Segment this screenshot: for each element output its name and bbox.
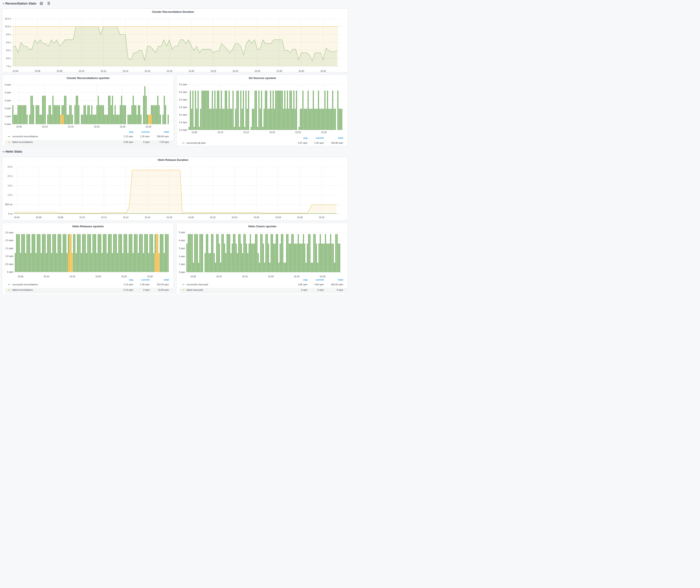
svg-text:successful reconciliations: successful reconciliations: [12, 135, 38, 138]
svg-text:15:32: 15:32: [319, 216, 324, 219]
svg-text:2.87 opm: 2.87 opm: [298, 141, 307, 144]
svg-text:15:10: 15:10: [216, 275, 222, 278]
svg-text:current: current: [316, 137, 324, 139]
svg-text:5 opm: 5 opm: [5, 83, 11, 86]
svg-text:total: total: [338, 137, 343, 139]
svg-text:Helm Charts ops/min: Helm Charts ops/min: [248, 225, 276, 228]
svg-text:0 opm: 0 opm: [5, 123, 11, 125]
svg-text:7.20 opm: 7.20 opm: [159, 141, 169, 143]
svg-text:15:28: 15:28: [276, 70, 282, 72]
svg-text:3.5 opm: 3.5 opm: [179, 91, 187, 93]
svg-text:0 opm: 0 opm: [143, 289, 150, 291]
svg-text:15:05: 15:05: [16, 125, 22, 128]
svg-text:9.5 s: 9.5 s: [6, 33, 11, 36]
svg-text:15:25: 15:25: [121, 275, 127, 278]
svg-text:1.0 opm: 1.0 opm: [5, 255, 13, 257]
svg-text:0 opm: 0 opm: [337, 289, 343, 291]
svg-text:current: current: [141, 278, 150, 281]
svg-text:15:14: 15:14: [123, 216, 128, 219]
svg-text:current: current: [141, 131, 150, 133]
svg-text:2.0 opm: 2.0 opm: [179, 113, 187, 116]
svg-text:successful git pulls: successful git pulls: [187, 141, 206, 144]
svg-text:15:10: 15:10: [42, 125, 48, 128]
svg-text:total: total: [338, 278, 343, 281]
svg-text:4 opm: 4 opm: [5, 91, 11, 94]
svg-text:0 opm: 0 opm: [317, 289, 324, 291]
svg-text:15:20: 15:20: [268, 275, 273, 278]
svg-text:10.5 s: 10.5 s: [5, 17, 11, 20]
svg-text:1.5 s: 1.5 s: [8, 184, 13, 187]
svg-text:10.0 s: 10.0 s: [5, 25, 11, 28]
svg-text:2 opm: 2 opm: [179, 255, 185, 258]
svg-text:1 opm: 1 opm: [179, 263, 185, 265]
svg-text:2 opm: 2 opm: [5, 107, 11, 110]
svg-text:0 opm: 0 opm: [179, 271, 185, 273]
svg-text:1.0 opm: 1.0 opm: [179, 128, 187, 131]
svg-text:15:25: 15:25: [295, 131, 301, 134]
svg-text:15:30: 15:30: [298, 70, 304, 72]
svg-text:2.5 s: 2.5 s: [8, 165, 13, 168]
svg-text:Helm Release Duration: Helm Release Duration: [158, 158, 188, 162]
svg-text:15:06: 15:06: [36, 216, 41, 219]
svg-text:15.60 opm: 15.60 opm: [158, 289, 169, 291]
svg-text:Helm Releases ops/min: Helm Releases ops/min: [72, 225, 104, 228]
svg-text:15:10: 15:10: [79, 70, 84, 72]
svg-text:2.0 s: 2.0 s: [8, 175, 13, 177]
svg-text:15:20: 15:20: [189, 70, 194, 72]
svg-text:0 ns: 0 ns: [8, 212, 13, 215]
svg-text:15:05: 15:05: [191, 131, 197, 134]
svg-text:2.5 opm: 2.5 opm: [5, 231, 13, 234]
svg-text:8.0 s: 8.0 s: [6, 57, 11, 60]
svg-text:1.20 opm: 1.20 opm: [140, 135, 150, 138]
svg-text:4.0 opm: 4.0 opm: [179, 83, 187, 86]
svg-text:15:28: 15:28: [275, 216, 281, 219]
svg-text:15:15: 15:15: [69, 275, 75, 278]
svg-text:15:08: 15:08: [56, 70, 62, 72]
svg-text:current: current: [316, 278, 324, 281]
svg-text:Cluster Reconciliations ops/mi: Cluster Reconciliations ops/min: [67, 76, 110, 80]
svg-text:15:05: 15:05: [18, 275, 23, 278]
svg-text:346.80 opm: 346.80 opm: [331, 141, 343, 144]
svg-text:0.13 opm: 0.13 opm: [124, 289, 133, 291]
svg-text:15:12: 15:12: [101, 70, 106, 72]
svg-text:successful reconciliations: successful reconciliations: [12, 283, 38, 286]
svg-text:15:15: 15:15: [242, 275, 248, 278]
svg-text:avg: avg: [129, 131, 133, 133]
svg-text:5 opm: 5 opm: [179, 231, 185, 234]
svg-text:15:04: 15:04: [14, 216, 19, 219]
svg-text:15:25: 15:25: [294, 275, 299, 278]
svg-text:0.5 opm: 0.5 opm: [5, 263, 13, 265]
svg-text:15:26: 15:26: [253, 216, 259, 219]
svg-text:1.0 s: 1.0 s: [8, 194, 13, 196]
svg-text:15:22: 15:22: [210, 216, 216, 219]
svg-text:15:24: 15:24: [232, 70, 238, 72]
svg-text:15:16: 15:16: [145, 70, 150, 72]
svg-text:2.40 opm: 2.40 opm: [314, 141, 324, 144]
svg-text:256.80 opm: 256.80 opm: [157, 135, 169, 138]
svg-text:2.40 opm: 2.40 opm: [140, 283, 150, 286]
svg-text:15:30: 15:30: [320, 275, 325, 278]
svg-text:15:10: 15:10: [44, 275, 49, 278]
svg-text:15:06: 15:06: [35, 70, 40, 72]
svg-text:4.80 opm: 4.80 opm: [314, 283, 324, 286]
svg-text:500 ms: 500 ms: [5, 203, 12, 206]
svg-text:15:14: 15:14: [123, 70, 128, 72]
svg-text:avg: avg: [129, 278, 133, 281]
svg-text:0 opm: 0 opm: [7, 271, 13, 273]
svg-text:avg: avg: [303, 278, 307, 281]
svg-text:15:20: 15:20: [269, 131, 275, 134]
svg-text:failed reconciliations: failed reconciliations: [12, 289, 33, 291]
svg-text:0 opm: 0 opm: [143, 141, 150, 143]
svg-text:15:05: 15:05: [190, 275, 196, 278]
svg-text:total: total: [164, 131, 169, 133]
svg-text:15:15: 15:15: [68, 125, 74, 128]
svg-text:1.5 opm: 1.5 opm: [179, 121, 187, 123]
svg-text:3.0 opm: 3.0 opm: [179, 98, 187, 101]
svg-text:7.5 s: 7.5 s: [6, 65, 11, 68]
svg-text:15:12: 15:12: [101, 216, 107, 219]
svg-text:15:08: 15:08: [58, 216, 63, 219]
svg-text:15:20: 15:20: [94, 125, 99, 128]
svg-text:4 opm: 4 opm: [179, 239, 185, 242]
svg-text:15:18: 15:18: [166, 216, 172, 219]
svg-text:15:20: 15:20: [188, 216, 194, 219]
